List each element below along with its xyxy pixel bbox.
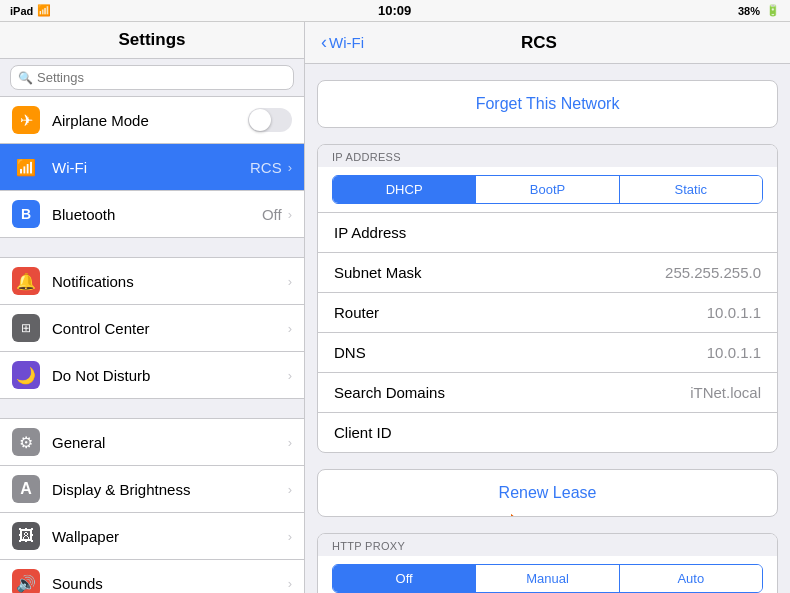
wallpaper-icon: 🖼 xyxy=(12,522,40,550)
forget-network-section: Forget This Network xyxy=(317,80,778,128)
dns-row: DNS 10.0.1.1 xyxy=(318,332,777,372)
nav-title: RCS xyxy=(364,33,714,53)
general-arrow: › xyxy=(288,435,292,450)
svg-marker-1 xyxy=(511,514,533,517)
sounds-label: Sounds xyxy=(52,575,282,592)
http-proxy-section: HTTP PROXY Off Manual Auto xyxy=(317,533,778,593)
ip-address-header: IP ADDRESS xyxy=(318,145,777,167)
wifi-label: Wi-Fi xyxy=(52,159,250,176)
bluetooth-arrow: › xyxy=(288,207,292,222)
sidebar-item-display[interactable]: A Display & Brightness › xyxy=(0,466,304,513)
wifi-icon: 📶 xyxy=(12,153,40,181)
do-not-disturb-label: Do Not Disturb xyxy=(52,367,282,384)
wifi-arrow: › xyxy=(288,160,292,175)
search-domains-row: Search Domains iTNet.local xyxy=(318,372,777,412)
subnet-mask-value: 255.255.255.0 xyxy=(665,264,761,281)
search-icon: 🔍 xyxy=(18,71,33,85)
sidebar: Settings 🔍 ✈ Airplane Mode 📶 Wi-Fi RCS › xyxy=(0,22,305,593)
notifications-label: Notifications xyxy=(52,273,282,290)
search-domains-label: Search Domains xyxy=(334,384,690,401)
wifi-value: RCS xyxy=(250,159,282,176)
dns-value: 10.0.1.1 xyxy=(707,344,761,361)
control-center-arrow: › xyxy=(288,321,292,336)
notifications-icon: 🔔 xyxy=(12,267,40,295)
router-row: Router 10.0.1.1 xyxy=(318,292,777,332)
control-center-label: Control Center xyxy=(52,320,282,337)
bluetooth-icon: B xyxy=(12,200,40,228)
ip-address-row: IP Address xyxy=(318,212,777,252)
status-left: iPad 📶 xyxy=(10,4,51,17)
sidebar-item-wifi[interactable]: 📶 Wi-Fi RCS › xyxy=(0,144,304,191)
client-id-label: Client ID xyxy=(334,424,761,441)
airplane-mode-toggle[interactable] xyxy=(248,108,292,132)
renew-lease-button[interactable]: Renew Lease xyxy=(318,470,777,516)
content-area: ‹ Wi-Fi RCS Forget This Network IP ADDRE… xyxy=(305,22,790,593)
sidebar-item-notifications[interactable]: 🔔 Notifications › xyxy=(0,258,304,305)
general-icon: ⚙ xyxy=(12,428,40,456)
bluetooth-label: Bluetooth xyxy=(52,206,262,223)
general-label: General xyxy=(52,434,282,451)
sidebar-item-bluetooth[interactable]: B Bluetooth Off › xyxy=(0,191,304,238)
subnet-mask-row: Subnet Mask 255.255.255.0 xyxy=(318,252,777,292)
search-input[interactable] xyxy=(10,65,294,90)
display-icon: A xyxy=(12,475,40,503)
do-not-disturb-arrow: › xyxy=(288,368,292,383)
content-scroll[interactable]: Forget This Network IP ADDRESS DHCP Boot… xyxy=(305,64,790,593)
http-proxy-header: HTTP PROXY xyxy=(318,534,777,556)
status-right: 38% 🔋 xyxy=(738,4,780,17)
sidebar-title: Settings xyxy=(0,22,304,59)
sounds-arrow: › xyxy=(288,576,292,591)
sidebar-item-general[interactable]: ⚙ General › xyxy=(0,419,304,466)
bluetooth-value: Off xyxy=(262,206,282,223)
sounds-icon: 🔊 xyxy=(12,569,40,593)
static-tab[interactable]: Static xyxy=(619,176,762,203)
router-value: 10.0.1.1 xyxy=(707,304,761,321)
display-arrow: › xyxy=(288,482,292,497)
renew-lease-label: Renew Lease xyxy=(499,484,597,501)
nav-back-button[interactable]: ‹ Wi-Fi xyxy=(321,32,364,53)
ipad-label: iPad xyxy=(10,5,33,17)
wallpaper-label: Wallpaper xyxy=(52,528,282,545)
sidebar-item-do-not-disturb[interactable]: 🌙 Do Not Disturb › xyxy=(0,352,304,399)
proxy-auto-tab[interactable]: Auto xyxy=(619,565,762,592)
airplane-mode-label: Airplane Mode xyxy=(52,112,248,129)
sidebar-item-wallpaper[interactable]: 🖼 Wallpaper › xyxy=(0,513,304,560)
wifi-icon: 📶 xyxy=(37,4,51,17)
notifications-arrow: › xyxy=(288,274,292,289)
do-not-disturb-icon: 🌙 xyxy=(12,361,40,389)
forget-network-button[interactable]: Forget This Network xyxy=(318,81,777,127)
renew-lease-section: Renew Lease xyxy=(317,469,778,517)
airplane-mode-icon: ✈ xyxy=(12,106,40,134)
bootp-tab[interactable]: BootP xyxy=(475,176,618,203)
router-label: Router xyxy=(334,304,707,321)
proxy-manual-tab[interactable]: Manual xyxy=(475,565,618,592)
battery-icon: 🔋 xyxy=(766,4,780,17)
status-bar: iPad 📶 10:09 38% 🔋 xyxy=(0,0,790,22)
svg-marker-0 xyxy=(511,514,533,517)
sidebar-item-airplane-mode[interactable]: ✈ Airplane Mode xyxy=(0,97,304,144)
nav-bar: ‹ Wi-Fi RCS xyxy=(305,22,790,64)
control-center-icon: ⊞ xyxy=(12,314,40,342)
ip-address-label: IP Address xyxy=(334,224,761,241)
ip-address-section: IP ADDRESS DHCP BootP Static IP Address … xyxy=(317,144,778,453)
sidebar-item-sounds[interactable]: 🔊 Sounds › xyxy=(0,560,304,593)
proxy-segment-control[interactable]: Off Manual Auto xyxy=(332,564,763,593)
status-time: 10:09 xyxy=(378,3,411,18)
client-id-row: Client ID xyxy=(318,412,777,452)
sidebar-divider-1 xyxy=(0,238,304,258)
wallpaper-arrow: › xyxy=(288,529,292,544)
sidebar-search-container: 🔍 xyxy=(0,59,304,97)
arrow-cursor-icon xyxy=(503,506,543,517)
nav-back-label: Wi-Fi xyxy=(329,34,364,51)
back-chevron-icon: ‹ xyxy=(321,32,327,53)
proxy-off-tab[interactable]: Off xyxy=(333,565,475,592)
ip-segment-control[interactable]: DHCP BootP Static xyxy=(332,175,763,204)
battery-label: 38% xyxy=(738,5,760,17)
sidebar-item-control-center[interactable]: ⊞ Control Center › xyxy=(0,305,304,352)
search-domains-value: iTNet.local xyxy=(690,384,761,401)
dhcp-tab[interactable]: DHCP xyxy=(333,176,475,203)
sidebar-divider-2 xyxy=(0,399,304,419)
sidebar-list: ✈ Airplane Mode 📶 Wi-Fi RCS › B Bluetoot… xyxy=(0,97,304,593)
display-label: Display & Brightness xyxy=(52,481,282,498)
subnet-mask-label: Subnet Mask xyxy=(334,264,665,281)
